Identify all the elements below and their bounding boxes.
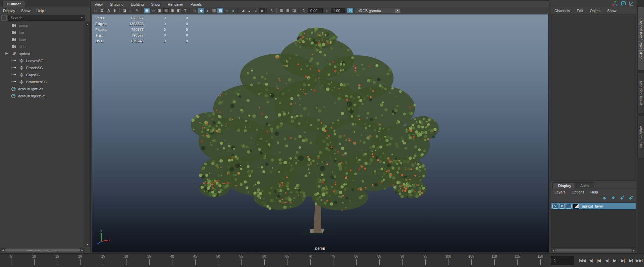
resolution-gate-icon[interactable]: ▣ xyxy=(157,8,163,13)
lock-camera-icon[interactable]: ⊠ xyxy=(99,8,105,13)
filter-selection-icon[interactable] xyxy=(1,15,7,20)
render-image-icon[interactable]: ◪ xyxy=(291,8,297,13)
scroll-left-icon[interactable]: ◀ xyxy=(551,249,555,252)
outliner-item-frondssg[interactable]: FrondsSG xyxy=(0,64,85,71)
pan-zoom-icon[interactable]: + xyxy=(128,8,134,13)
all-lights-icon[interactable]: ☼ xyxy=(224,8,230,13)
speed-gauge-icon[interactable] xyxy=(621,1,626,7)
grid-icon[interactable]: ▦ xyxy=(144,8,150,13)
scroll-left-icon[interactable]: ◀ xyxy=(1,248,5,252)
select-camera-icon[interactable]: ▭ xyxy=(93,8,99,13)
collapse-expander-icon[interactable] xyxy=(5,52,8,55)
outliner-menu-show[interactable]: Show xyxy=(21,9,31,13)
layer-row-apricot_layer[interactable]: VPapricot_layer xyxy=(551,203,636,210)
channel-box-menu-object[interactable]: Object xyxy=(590,9,600,13)
move-layer-down-icon[interactable] xyxy=(610,195,616,202)
outliner-item-defaultobjectset[interactable]: defaultObjectSet xyxy=(0,92,85,99)
channel-box-menu-channels[interactable]: Channels xyxy=(554,9,570,13)
tree-model[interactable] xyxy=(92,14,548,252)
smooth-shade-icon[interactable]: ◆ xyxy=(198,8,204,13)
scrollbar-thumb[interactable] xyxy=(5,249,80,252)
layer-editor-menu-layers[interactable]: Layers xyxy=(554,190,566,194)
viewport-menu-renderer[interactable]: Renderer xyxy=(168,2,183,6)
layer-editor-menu-options[interactable]: Options xyxy=(572,190,584,194)
viewport-menu-view[interactable]: View xyxy=(95,2,103,6)
step-forward-one-key-button[interactable]: ▶| xyxy=(619,255,627,266)
isolate-select-icon[interactable]: ↖ xyxy=(269,8,275,13)
step-forward-one-frame-button[interactable]: ▶| xyxy=(627,255,635,266)
outliner-tab[interactable]: Outliner xyxy=(2,1,25,7)
layer-list-scrollbar[interactable]: ◀ ▶ xyxy=(551,249,636,252)
scrollbar-thumb[interactable] xyxy=(555,249,632,252)
layer-display-type-toggle[interactable] xyxy=(566,204,572,209)
channel-box-menu-show[interactable]: Show xyxy=(607,9,616,13)
viewport-canvas[interactable]: Verts:62359700Edges:136382300Faces:79057… xyxy=(92,14,549,253)
outliner-item-apricot[interactable]: apricot xyxy=(0,50,85,57)
outliner-item-front[interactable]: front xyxy=(0,36,85,43)
multisample-icon[interactable]: ■ xyxy=(259,8,265,13)
current-frame-field[interactable] xyxy=(551,256,574,265)
outliner-search-input[interactable] xyxy=(8,15,85,21)
graph-editor-icon[interactable] xyxy=(629,1,635,7)
layer-playback-toggle[interactable]: P xyxy=(559,204,565,209)
new-empty-layer-icon[interactable] xyxy=(619,195,625,202)
exposure-field[interactable]: 0.00 xyxy=(308,8,323,13)
viewport-menu-panels[interactable]: Panels xyxy=(191,2,202,6)
snapshot-icon[interactable]: ⊡ xyxy=(278,8,284,13)
color-management-toggle[interactable]: on xyxy=(347,8,353,13)
shadows-icon[interactable]: ◢ xyxy=(240,8,246,13)
safe-action-icon[interactable]: ◧ xyxy=(176,8,182,13)
greasepencil-icon[interactable]: ✎ xyxy=(134,8,140,13)
scene-render-view-icon[interactable]: ⊟ xyxy=(285,8,291,13)
textured-icon[interactable]: ▩ xyxy=(217,8,223,13)
scroll-up-icon[interactable]: ▲ xyxy=(86,23,89,27)
camera-attributes-icon[interactable]: ◎ xyxy=(105,8,111,13)
occlusion-icon[interactable]: ◒ xyxy=(246,8,252,13)
outliner-item-persp[interactable]: persp xyxy=(0,22,85,29)
exposure-icon[interactable]: ↻ xyxy=(301,8,307,13)
outliner-item-capssg[interactable]: CapsSG xyxy=(0,71,85,78)
wireframe-icon[interactable]: ◇ xyxy=(192,8,198,13)
field-chart-icon[interactable]: ⊞ xyxy=(169,8,175,13)
outliner-menu-help[interactable]: Help xyxy=(37,9,44,13)
step-back-one-frame-button[interactable]: |◀ xyxy=(586,255,594,266)
go-to-playback-start-button[interactable]: |◀◀ xyxy=(578,255,586,266)
outliner-item-defaultlightset[interactable]: defaultLightSet xyxy=(0,85,85,92)
viewport-menu-show[interactable]: Show xyxy=(151,2,161,6)
manipulator-icon[interactable] xyxy=(612,1,618,7)
bookmark-view-icon[interactable]: ▮ xyxy=(112,8,118,13)
side-tab-channel-box-layer-editor[interactable]: Channel Box / Layer Editor xyxy=(637,7,644,71)
outliner-vertical-scrollbar[interactable]: ▲ ▼ xyxy=(86,22,90,247)
motion-blur-icon[interactable]: ○ xyxy=(253,8,259,13)
scroll-right-icon[interactable]: ▶ xyxy=(632,249,636,252)
outliner-item-branchessg[interactable]: BranchesSG xyxy=(0,78,85,85)
view-transform-dropdown[interactable]: sRGB gamma▼ xyxy=(355,8,402,13)
layer-editor-tab-display[interactable]: Display xyxy=(552,182,577,188)
textured-cube-icon[interactable]: ▧ xyxy=(211,8,217,13)
time-slider[interactable]: 5101520253035404550556065707580859095100… xyxy=(0,254,547,267)
outliner-horizontal-scrollbar[interactable]: ◀ ▶ xyxy=(1,248,85,252)
side-tab-modeling-toolkit[interactable]: Modeling Toolkit xyxy=(637,73,644,114)
viewport-menu-shading[interactable]: Shading xyxy=(110,2,123,6)
outliner-item-side[interactable]: side xyxy=(0,43,85,50)
layer-visibility-toggle[interactable]: V xyxy=(552,204,558,209)
outliner-item-leavessg[interactable]: LeavesSG xyxy=(0,57,85,64)
channel-box-menu-edit[interactable]: Edit xyxy=(577,9,583,13)
outliner-item-top[interactable]: top xyxy=(0,29,85,36)
layer-editor-tab-anim[interactable]: Anim xyxy=(575,182,594,188)
gate-mask-icon[interactable]: ▩ xyxy=(163,8,169,13)
go-to-playback-end-button[interactable]: ▶▶| xyxy=(635,255,643,266)
contrast-icon[interactable]: ◑ xyxy=(324,8,330,13)
new-layer-from-selected-icon[interactable] xyxy=(628,195,633,202)
default-material-icon[interactable]: ◐ xyxy=(205,8,211,13)
layer-editor-menu-help[interactable]: Help xyxy=(590,190,598,194)
scroll-right-icon[interactable]: ▶ xyxy=(80,248,84,252)
play-backwards-button[interactable]: ◀ xyxy=(602,255,610,266)
gamma-field[interactable]: 1.00 xyxy=(331,8,345,13)
flat-lighting-icon[interactable]: ● xyxy=(230,8,236,13)
side-tab-attribute-editor[interactable]: Attribute Editor xyxy=(637,116,644,159)
step-back-one-key-button[interactable]: |◀ xyxy=(594,255,602,266)
outliner-menu-display[interactable]: Display xyxy=(3,9,15,13)
hud-icon[interactable]: T xyxy=(182,8,188,13)
play-forwards-button[interactable]: ▶ xyxy=(611,255,619,266)
